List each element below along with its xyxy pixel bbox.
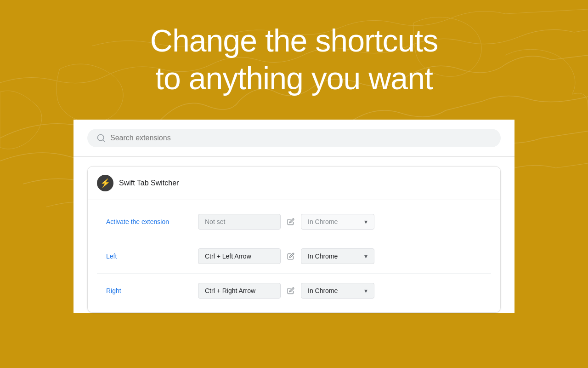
shortcut-input-left[interactable]: Ctrl + Left Arrow xyxy=(198,248,281,264)
edit-icon-left[interactable] xyxy=(285,251,296,262)
extension-card: ⚡ Swift Tab Switcher Activate the extens… xyxy=(87,166,501,313)
shortcut-input-right[interactable]: Ctrl + Right Arrow xyxy=(198,283,281,299)
shortcut-row: Activate the extension Not set I xyxy=(97,205,491,239)
scope-text-activate: In Chrome xyxy=(308,218,361,225)
search-bar xyxy=(87,129,501,147)
extension-name: Swift Tab Switcher xyxy=(119,179,179,187)
shortcut-input-wrapper-activate: Not set In Chrome ▾ xyxy=(198,214,482,230)
shortcut-label-activate: Activate the extension xyxy=(106,218,189,225)
shortcut-input-wrapper-left: Ctrl + Left Arrow In Chrome ▾ xyxy=(198,248,482,264)
scope-text-left: In Chrome xyxy=(308,253,361,260)
white-panel: ⚡ Swift Tab Switcher Activate the extens… xyxy=(74,120,514,313)
svg-line-1 xyxy=(103,140,105,142)
scope-select-left[interactable]: In Chrome ▾ xyxy=(301,248,374,264)
shortcut-row-left: Left Ctrl + Left Arrow In Chrome xyxy=(97,239,491,273)
scope-select-right[interactable]: In Chrome ▾ xyxy=(301,283,374,299)
chevron-down-icon: ▾ xyxy=(364,218,368,225)
shortcut-label-right: Right xyxy=(106,287,189,294)
search-input[interactable] xyxy=(110,134,492,142)
search-icon xyxy=(96,133,106,143)
search-area xyxy=(74,120,514,157)
scope-text-right: In Chrome xyxy=(308,287,361,294)
hero-title: Change the shortcuts to anything you wan… xyxy=(150,22,438,97)
shortcut-row-right: Right Ctrl + Right Arrow In Chro xyxy=(97,273,491,308)
shortcut-input-wrapper-right: Ctrl + Right Arrow In Chrome ▾ xyxy=(198,283,482,299)
chevron-down-icon: ▾ xyxy=(364,253,368,260)
chevron-down-icon: ▾ xyxy=(364,287,368,294)
scope-select-activate: In Chrome ▾ xyxy=(301,214,374,230)
shortcut-input-activate[interactable]: Not set xyxy=(198,214,281,230)
shortcuts-container: Activate the extension Not set I xyxy=(88,200,500,312)
shortcut-label-left: Left xyxy=(106,253,189,260)
edit-icon-activate[interactable] xyxy=(285,216,296,227)
hero-section: Change the shortcuts to anything you wan… xyxy=(0,0,588,120)
edit-icon-right[interactable] xyxy=(285,285,296,296)
extension-header: ⚡ Swift Tab Switcher xyxy=(88,167,500,200)
extension-icon: ⚡ xyxy=(97,175,113,191)
